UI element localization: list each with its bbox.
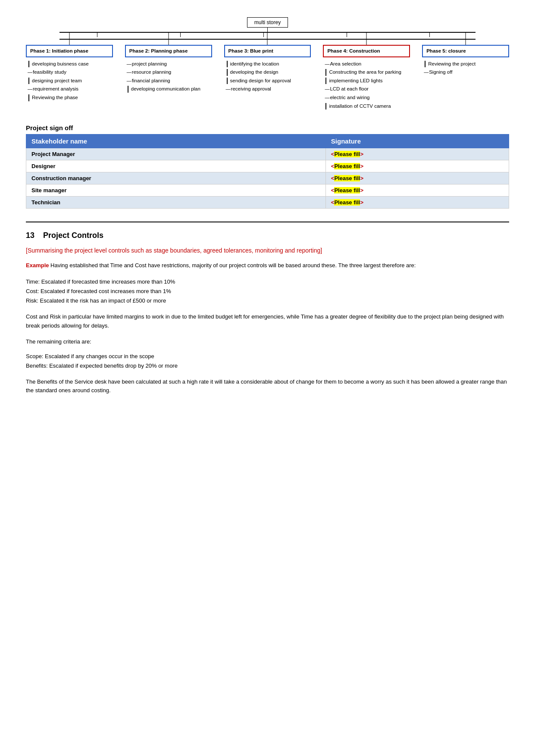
signoff-row-0: Project Manager <Please fill> — [26, 148, 509, 160]
phase5-box: Phase 5: closure — [422, 45, 509, 57]
criteria-list-1: Time: Escalated if forecasted time incre… — [26, 277, 509, 306]
phase1-item-0: developing buisness case — [28, 61, 113, 68]
signoff-sig-4: <Please fill> — [325, 197, 509, 209]
phase3-item-2: sending design for approval — [227, 78, 311, 84]
criteria-item-0: Time: Escalated if forecasted time incre… — [26, 277, 509, 287]
phase4-col: Phase 4: Construction Area selection Con… — [323, 33, 410, 111]
criteria-item-2: Risk: Escalated it the risk has an impac… — [26, 296, 509, 306]
phase4-item-4: electric and wiring — [325, 94, 410, 101]
phase1-item-1: feasibility study — [28, 69, 113, 76]
phase2-item-0: project planning — [127, 61, 212, 68]
signoff-row-4: Technician <Please fill> — [26, 197, 509, 209]
criteria-item-1: Cost: Escalated if forecasted cost incre… — [26, 287, 509, 296]
signoff-name-0: Project Manager — [26, 148, 326, 160]
signoff-row-1: Designer <Please fill> — [26, 160, 509, 172]
signoff-row-2: Construction manager <Please fill> — [26, 172, 509, 184]
signoff-sig-0: <Please fill> — [325, 148, 509, 160]
example-paragraph: Example Having established that Time and… — [26, 261, 509, 270]
example-text: Having established that Time and Cost ha… — [49, 262, 416, 269]
phase3-item-0: identifying the location — [227, 61, 311, 68]
signoff-sig-2: <Please fill> — [325, 172, 509, 184]
signoff-section: Project sign off Stakeholder name Signat… — [26, 124, 509, 209]
signoff-name-2: Construction manager — [26, 172, 326, 184]
phase1-item-2: designing project team — [28, 78, 113, 84]
phase1-col: Phase 1: Initiation phase developing bui… — [26, 33, 113, 111]
signoff-name-4: Technician — [26, 197, 326, 209]
phase2-item-1: resource planning — [127, 69, 212, 76]
phase1-item-3: requirement analysis — [28, 86, 113, 93]
section-divider — [26, 222, 509, 222]
phase2-col: Phase 2: Planning phase project planning… — [125, 33, 212, 111]
signoff-name-3: Site manager — [26, 184, 326, 197]
signoff-name-1: Designer — [26, 160, 326, 172]
section-heading: 13 Project Controls — [26, 231, 509, 240]
phase4-item-5: installation of CCTV camera — [325, 103, 410, 110]
section-title: Project Controls — [43, 231, 103, 240]
diagram: multi storey Phase 1: Initiation phase d… — [26, 17, 509, 111]
phase5-col: Phase 5: closure Reviewing the project S… — [422, 33, 509, 111]
root-node: multi storey — [247, 17, 288, 28]
phase2-items: project planning resource planning finan… — [125, 61, 212, 94]
body-para-1: Cost and Risk in particular have limited… — [26, 312, 509, 331]
phase4-item-0: Area selection — [325, 61, 410, 68]
phase2-box: Phase 2: Planning phase — [125, 45, 212, 57]
phase3-col: Phase 3: Blue print identifying the loca… — [224, 33, 311, 111]
phase2-item-3: developing communication plan — [128, 86, 212, 93]
phase4-item-1: Constructing the area for parking — [325, 69, 410, 76]
criteria-list-2: Scope: Escalated if any changes occur in… — [26, 352, 509, 371]
phase1-item-4: Reviewing the phase — [28, 94, 113, 101]
phase4-item-2: implementing LED lights — [325, 78, 410, 84]
phase3-items: identifying the location developing the … — [224, 61, 311, 94]
section-subtitle: [Summarising the project level controls … — [26, 246, 509, 255]
phase3-box: Phase 3: Blue print — [224, 45, 311, 57]
phase3-item-1: developing the design — [227, 69, 311, 76]
signoff-title: Project sign off — [26, 124, 509, 131]
phase4-box: Phase 4: Construction — [323, 45, 410, 57]
phase5-item-1: Signing off — [424, 69, 509, 76]
criteria-item-scope: Scope: Escalated if any changes occur in… — [26, 352, 509, 361]
section13: 13 Project Controls [Summarising the pro… — [26, 231, 509, 395]
phase2-item-2: financial planning — [127, 78, 212, 84]
criteria-item-benefits: Benefits: Escalated if expected benefits… — [26, 361, 509, 371]
phase5-item-0: Reviewing the project — [425, 61, 509, 68]
remaining-para: The remaining criteria are: — [26, 337, 509, 347]
phase4-items: Area selection Constructing the area for… — [323, 61, 410, 111]
phase3-item-3: receiving approval — [226, 86, 311, 93]
signoff-header-name: Stakeholder name — [26, 134, 326, 148]
phase5-items: Reviewing the project Signing off — [422, 61, 509, 78]
signoff-row-3: Site manager <Please fill> — [26, 184, 509, 197]
signoff-table: Stakeholder name Signature Project Manag… — [26, 134, 509, 209]
phase4-item-3: LCD at each floor — [325, 86, 410, 93]
signoff-sig-1: <Please fill> — [325, 160, 509, 172]
phase1-items: developing buisness case feasibility stu… — [26, 61, 113, 103]
body-para-2: The Benefits of the Service desk have be… — [26, 378, 509, 396]
signoff-sig-3: <Please fill> — [325, 184, 509, 197]
example-label: Example — [26, 262, 49, 269]
phase1-box: Phase 1: Initiation phase — [26, 45, 113, 57]
signoff-header-sig: Signature — [325, 134, 509, 148]
section-number: 13 — [26, 231, 34, 240]
